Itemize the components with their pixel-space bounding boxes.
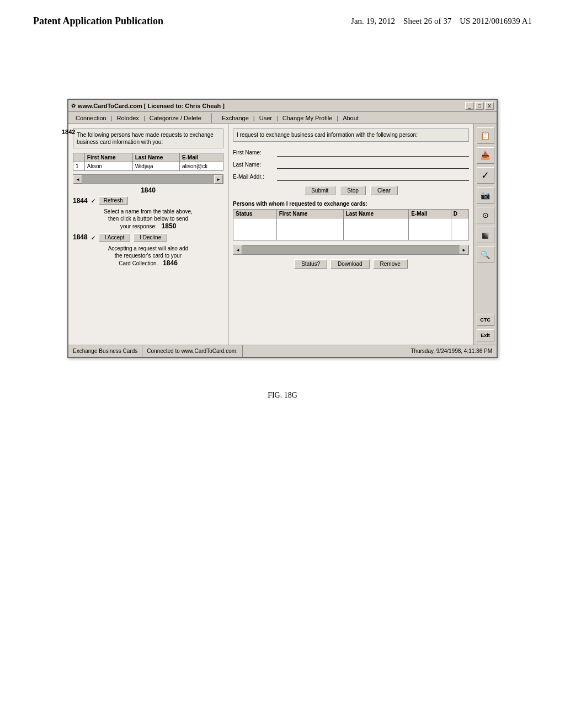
scroll-left-button[interactable]: ◄: [73, 175, 82, 184]
col-p-first: First Name: [276, 210, 343, 218]
first-name-row: First Name:: [233, 148, 469, 157]
submit-button[interactable]: Submit: [304, 186, 335, 195]
last-name-row: Last Name:: [233, 160, 469, 169]
stop-button[interactable]: Stop: [340, 186, 366, 195]
right-panel: I request to exchange business card info…: [228, 124, 473, 345]
menu-categorize[interactable]: Categorize / Delete: [145, 114, 206, 122]
menu-divider: [211, 113, 212, 123]
email-input[interactable]: [277, 172, 469, 181]
title-bar-controls: _ □ X: [465, 102, 494, 110]
title-bar: ✿ www.CardToCard.com [ Licensed to: Chri…: [68, 100, 497, 112]
app-window: ✿ www.CardToCard.com [ Licensed to: Chri…: [67, 99, 498, 358]
minimize-button[interactable]: _: [465, 102, 474, 110]
right-sidebar: 📋 📥 ✓ 📷 ⊙ ▦ 🔍 CTC Exit: [473, 124, 497, 345]
bottom-buttons-row: Status? Download Remove: [233, 259, 469, 269]
right-scrollbar[interactable]: ◄ ►: [233, 245, 469, 255]
sidebar-icon-check[interactable]: ✓: [477, 167, 494, 184]
persons-label: Persons with whom I requested to exchang…: [233, 201, 469, 207]
patent-sheet: Sheet 26 of 37: [403, 17, 451, 25]
sidebar-icon-camera[interactable]: 📷: [477, 187, 494, 204]
sidebar-icon-inbox[interactable]: 📥: [477, 147, 494, 164]
label-1850: 1850: [162, 222, 177, 230]
sidebar-icon-search[interactable]: 🔍: [477, 247, 494, 263]
scroll-right-button[interactable]: ►: [214, 175, 223, 184]
menu-exchange[interactable]: Exchange: [217, 114, 253, 122]
menu-change-profile[interactable]: Change My Profile: [278, 114, 337, 122]
status-text-2: Connected to www.CardToCard.com.: [147, 348, 238, 354]
persons-d: [451, 218, 468, 240]
label-1848: 1848: [73, 233, 88, 241]
window-title: www.CardToCard.com [ Licensed to: Chris …: [78, 103, 225, 109]
sidebar-icon-clipboard[interactable]: 📋: [477, 127, 494, 144]
menu-connection[interactable]: Connection: [71, 114, 111, 122]
patent-title: Patent Application Publication: [33, 15, 163, 27]
left-panel-inner: 1842 The following persons have made req…: [73, 129, 223, 267]
col-last-name: Last Name: [132, 153, 179, 162]
patent-header: Patent Application Publication Jan. 19, …: [0, 0, 565, 33]
patent-meta: Jan. 19, 2012 Sheet 26 of 37 US 2012/001…: [351, 15, 532, 27]
sidebar-icon-settings[interactable]: ⊙: [477, 207, 494, 223]
persons-table-row[interactable]: [233, 218, 469, 240]
menu-rolodex[interactable]: Rolodex: [113, 114, 143, 122]
row-last: Widjaja: [132, 162, 179, 171]
table-row[interactable]: 1 Alison Widjaja alison@ck: [73, 162, 223, 171]
status-bar: Exchange Business Cards Connected to www…: [68, 345, 497, 357]
menu-bar: Connection | Rolodex | Categorize / Dele…: [68, 112, 497, 124]
persons-table: Status First Name Last Name E-Mail D: [233, 209, 469, 240]
col-p-last: Last Name: [343, 210, 409, 218]
persons-last: [343, 218, 409, 240]
status-segment-2: Connected to www.CardToCard.com.: [142, 345, 243, 357]
instruction-text: Select a name from the table above,then …: [104, 208, 193, 229]
clear-button[interactable]: Clear: [370, 186, 398, 195]
menu-user[interactable]: User: [255, 114, 276, 122]
requests-table: First Name Last Name E-Mail 1 Alison Wid…: [73, 153, 223, 171]
arrow-icon: ↙: [91, 197, 95, 204]
status-text-1: Exchange Business Cards: [73, 348, 137, 354]
sidebar-exit-button[interactable]: Exit: [477, 329, 494, 341]
col-email: E-Mail: [179, 153, 223, 162]
sidebar-ctc-button[interactable]: CTC: [477, 314, 494, 326]
right-menu-section: Exchange | User | Change My Profile | Ab…: [217, 114, 363, 122]
left-top-text: The following persons have made requests…: [73, 129, 223, 148]
patent-date: Jan. 19, 2012: [351, 17, 395, 25]
right-top-text: I request to exchange business card info…: [233, 129, 469, 142]
status-button[interactable]: Status?: [294, 259, 327, 269]
col-d: D: [451, 210, 468, 218]
row-email: alison@ck: [179, 162, 223, 171]
download-button[interactable]: Download: [331, 259, 369, 269]
persons-status: [233, 218, 277, 240]
right-scroll-left-button[interactable]: ◄: [233, 245, 242, 254]
row-num: 1: [73, 162, 85, 171]
status-segment-3: Thursday, 9/24/1998, 4:11:36 PM: [243, 345, 497, 357]
maximize-button[interactable]: □: [475, 102, 484, 110]
arrow-icon-2: ↙: [91, 234, 95, 240]
label-1840: 1840: [73, 186, 223, 194]
first-name-input[interactable]: [277, 148, 469, 157]
patent-number: US 2012/0016939 A1: [460, 17, 532, 25]
app-body: 1842 The following persons have made req…: [68, 124, 497, 345]
label-1844: 1844: [73, 197, 88, 205]
label-1844-row: 1844 ↙ Refresh: [73, 196, 223, 205]
close-button[interactable]: X: [485, 102, 494, 110]
label-1848-row: 1848 ↙ I Accept I Decline: [73, 233, 223, 242]
left-menu-section: Connection | Rolodex | Categorize / Dele…: [71, 114, 206, 122]
col-first-name: First Name: [84, 153, 132, 162]
sidebar-icon-grid[interactable]: ▦: [477, 227, 494, 243]
right-scroll-right-button[interactable]: ►: [460, 245, 468, 254]
select-instruction: Select a name from the table above,then …: [73, 208, 223, 231]
left-scrollbar[interactable]: ◄ ►: [73, 174, 223, 184]
figure-caption: FIG. 18G: [0, 391, 565, 400]
email-label: E-Mail Addr.:: [233, 174, 277, 180]
remove-button[interactable]: Remove: [373, 259, 408, 269]
label-1842: 1842: [62, 129, 75, 135]
col-status: Status: [233, 210, 277, 218]
persons-email: [409, 218, 451, 240]
left-panel: 1842 The following persons have made req…: [68, 124, 228, 345]
refresh-button[interactable]: Refresh: [99, 196, 128, 205]
decline-button[interactable]: I Decline: [134, 233, 167, 242]
scroll-track: [82, 175, 214, 184]
menu-about[interactable]: About: [338, 114, 363, 122]
last-name-input[interactable]: [277, 160, 469, 169]
accept-button[interactable]: I Accept: [99, 233, 131, 242]
first-name-label: First Name:: [233, 149, 277, 156]
